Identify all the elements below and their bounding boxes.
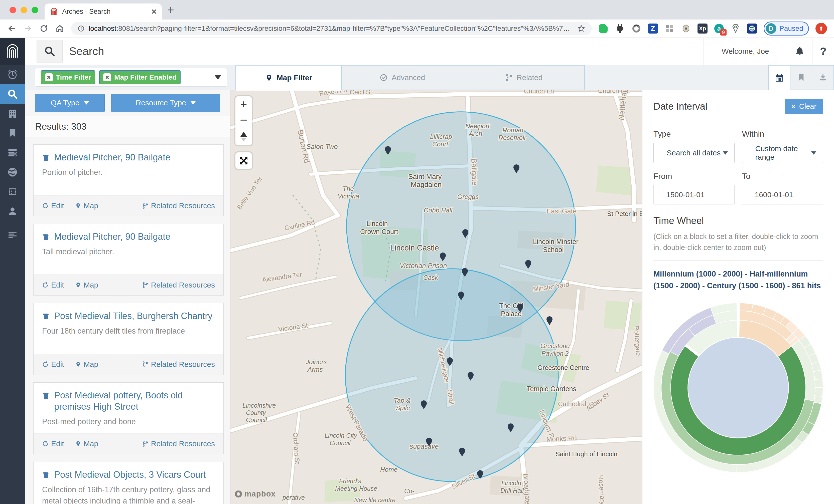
date-within-select[interactable]: Custom date range	[742, 143, 823, 163]
clear-button[interactable]: Clear	[785, 99, 823, 114]
close-window-button[interactable]	[9, 7, 16, 13]
search-filter-input[interactable]: Time Filter Map Filter Enabled	[35, 68, 227, 87]
related-resources-link[interactable]: Related Resources	[142, 281, 215, 289]
globe-extension-icon[interactable]	[747, 24, 757, 33]
to-date-input[interactable]: 1600-01-01	[742, 185, 823, 204]
result-title-link[interactable]: Post Medieval pottery, Boots old premise…	[54, 390, 215, 412]
time-wheel-segment[interactable]	[813, 370, 822, 380]
tab-time-filter[interactable]	[768, 65, 790, 91]
url-field[interactable]: localhost:8081/search?paging-filter=1&fo…	[71, 22, 592, 35]
new-tab-button[interactable]: +	[167, 3, 174, 17]
sidebar-item-menu[interactable]	[0, 225, 25, 245]
time-wheel-segment[interactable]	[740, 303, 753, 312]
tab-map-filter[interactable]: Map Filter	[236, 65, 342, 91]
sidebar-item-recent[interactable]	[0, 65, 25, 84]
time-filter-chip[interactable]: Time Filter	[41, 70, 95, 84]
map-filter-chip[interactable]: Map Filter Enabled	[99, 70, 180, 84]
expand-arrows-icon	[239, 156, 249, 166]
a-extension-icon[interactable]: a9	[714, 24, 724, 33]
page-info-icon[interactable]	[78, 25, 85, 32]
evernote-extension-icon[interactable]	[598, 24, 608, 33]
map-link[interactable]: Map	[75, 202, 98, 210]
result-description: Portion of pitcher.	[42, 167, 215, 178]
geojson-extension-icon[interactable]	[681, 24, 691, 33]
tab-saved-searches[interactable]	[790, 65, 812, 90]
back-button[interactable]	[7, 24, 17, 33]
help-button[interactable]: ?	[812, 38, 834, 65]
map-label: Magdalen	[411, 181, 442, 188]
window-controls[interactable]	[9, 7, 38, 13]
notifications-button[interactable]	[787, 38, 812, 65]
resource-type-button[interactable]: Resource Type	[111, 94, 220, 112]
filter-dropdown-caret[interactable]	[215, 75, 221, 79]
tab-advanced[interactable]: Advanced	[342, 65, 463, 90]
search-icon	[44, 46, 56, 57]
ring-extension-icon[interactable]	[631, 24, 641, 33]
profile-pill[interactable]: D Paused	[764, 22, 809, 36]
compass-control[interactable]	[236, 128, 252, 145]
related-resources-link[interactable]: Related Resources	[142, 360, 215, 369]
reload-button[interactable]	[39, 24, 49, 33]
date-type-select[interactable]: Search all dates	[654, 143, 734, 163]
close-tab-icon[interactable]	[152, 9, 156, 14]
remove-time-filter-icon[interactable]	[45, 73, 53, 81]
map-link[interactable]: Map	[75, 360, 98, 369]
edit-link[interactable]: Edit	[42, 360, 64, 369]
map-link[interactable]: Map	[75, 281, 98, 289]
zoom-window-button[interactable]	[31, 7, 38, 13]
map-svg[interactable]: Cecil StChurch LnChurch Ln.Rasen LnBurto…	[231, 90, 642, 504]
time-wheel-segment[interactable]	[815, 388, 823, 396]
from-date-input[interactable]: 1500-01-01	[654, 185, 734, 204]
map-pin[interactable]	[547, 316, 552, 325]
result-title-link[interactable]: Post Medieval Tiles, Burghersh Chantry	[54, 310, 212, 322]
related-resources-link[interactable]: Related Resources	[142, 202, 215, 210]
time-wheel-center[interactable]	[688, 338, 788, 437]
remove-map-filter-icon[interactable]	[103, 73, 111, 81]
from-label: From	[654, 172, 734, 181]
xp-extension-icon[interactable]: Xp	[698, 24, 707, 33]
time-wheel-chart[interactable]	[654, 298, 823, 477]
welcome-user[interactable]: Welcome, Joe	[703, 38, 787, 65]
edit-link[interactable]: Edit	[42, 281, 64, 289]
qa-type-button[interactable]: QA Type	[35, 94, 105, 112]
sidebar-item-search[interactable]	[0, 84, 25, 104]
forward-button[interactable]	[23, 24, 32, 33]
browser-update-icon[interactable]	[815, 23, 827, 34]
sidebar-item-globe[interactable]	[0, 162, 25, 182]
sidebar-item-ticket[interactable]	[0, 182, 25, 202]
map-filter-selection[interactable]	[345, 269, 558, 481]
sidebar-item-resource-manager[interactable]	[0, 104, 25, 123]
grid-extension-icon[interactable]	[664, 24, 675, 33]
extension-badge: 9	[720, 29, 727, 36]
mapbox-attribution[interactable]: mapbox	[235, 489, 276, 499]
bookmark-star-icon[interactable]	[577, 25, 585, 32]
map-expand-button[interactable]	[236, 153, 252, 169]
result-title-link[interactable]: Post Medieval Objects, 3 Vicars Court	[54, 469, 206, 480]
map-canvas[interactable]: Cecil StChurch LnChurch Ln.Rasen LnBurto…	[231, 90, 642, 504]
search-input[interactable]	[69, 45, 703, 58]
map-link[interactable]: Map	[75, 439, 98, 448]
outline-extension-icon[interactable]	[730, 24, 741, 33]
plug-extension-icon[interactable]	[615, 24, 625, 33]
zotero-extension-icon[interactable]: Z	[648, 24, 658, 33]
map-pin-icon	[75, 281, 81, 289]
search-button[interactable]	[37, 40, 63, 63]
zoom-in-button[interactable]: +	[236, 96, 252, 112]
sidebar-item-servers[interactable]	[0, 143, 25, 162]
sidebar-item-bookmarks[interactable]	[0, 123, 25, 143]
sidebar-item-user[interactable]	[0, 202, 25, 221]
home-button[interactable]	[55, 24, 65, 33]
minimize-window-button[interactable]	[21, 7, 27, 13]
time-wheel-segment[interactable]	[815, 379, 823, 388]
edit-link[interactable]: Edit	[42, 202, 64, 210]
related-resources-link[interactable]: Related Resources	[142, 439, 215, 448]
arches-logo[interactable]	[0, 38, 25, 65]
edit-link[interactable]: Edit	[42, 439, 64, 448]
tab-export[interactable]	[812, 65, 834, 90]
result-title-link[interactable]: Medieval Pitcher, 90 Bailgate	[54, 152, 170, 163]
zoom-out-button[interactable]: −	[236, 112, 252, 128]
browser-tab[interactable]: Arches - Search	[45, 3, 162, 20]
map-label: Cobb Hall	[424, 206, 453, 214]
result-title-link[interactable]: Medieval Pitcher, 90 Bailgate	[54, 231, 170, 242]
tab-related[interactable]: Related	[463, 65, 585, 90]
